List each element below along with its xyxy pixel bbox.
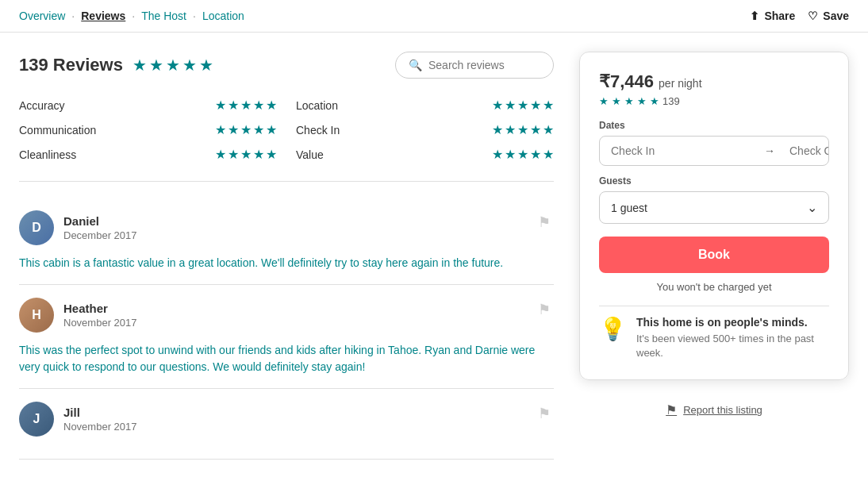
bulb-icon: 💡 [599,316,627,342]
dates-section: Dates → [599,120,829,166]
reviewer-daniel-text: Daniel December 2017 [63,214,137,241]
minds-text: This home is on people's minds. It's bee… [636,316,829,360]
cleanliness-label: Cleanliness [19,148,76,161]
star-3: ★ [166,56,180,75]
reviewer-jill-name: Jill [63,406,137,419]
share-icon: ⬆ [750,10,759,22]
review-daniel: D Daniel December 2017 ⚑ This cabin is a… [19,198,554,285]
reviewer-heather-text: Heather November 2017 [63,302,137,329]
search-icon: 🔍 [409,59,422,71]
divider-1 [19,181,554,182]
dates-label: Dates [599,120,829,131]
guests-select[interactable]: 1 guest ⌄ [599,191,829,224]
checkin-input[interactable] [600,137,761,165]
nav-sep-2: · [132,10,135,22]
reviewer-daniel-date: December 2017 [63,229,137,241]
flag-daniel-button[interactable]: ⚑ [535,210,554,234]
accuracy-stars: ★★★★★ [215,98,277,113]
nav-links: Overview · Reviews · The Host · Location [19,10,244,22]
card-star-3: ★ [624,95,634,107]
search-input[interactable] [428,59,540,71]
nav-actions: ⬆ Share ♡ Save [750,10,849,22]
nav-overview[interactable]: Overview [19,10,65,22]
flag-heather-button[interactable]: ⚑ [535,298,554,321]
report-listing-button[interactable]: ⚑ Report this listing [579,393,849,427]
share-label: Share [764,10,795,22]
value-label: Value [296,148,324,161]
rating-accuracy: Accuracy ★★★★★ [19,98,277,113]
reviewer-heather-info: H Heather November 2017 [19,298,137,333]
rating-location: Location ★★★★★ [296,98,554,113]
card-star-5: ★ [650,95,659,107]
star-1: ★ [133,56,147,75]
reviews-title-group: 139 Reviews ★ ★ ★ ★ ★ [19,55,213,75]
chevron-down-icon: ⌄ [807,200,817,215]
checkin-label: Check In [296,124,340,137]
rating-value: Value ★★★★★ [296,147,554,162]
search-box[interactable]: 🔍 [395,52,554,79]
flag-icon: ⚑ [666,402,677,417]
booking-card: ₹7,446 per night ★ ★ ★ ★ ★ 139 Dates → [579,52,849,380]
price-row: ₹7,446 per night [599,71,829,92]
review-jill: J Jill November 2017 ⚑ [19,389,554,460]
reviews-header: 139 Reviews ★ ★ ★ ★ ★ 🔍 [19,52,554,79]
rating-cleanliness: Cleanliness ★★★★★ [19,147,277,162]
rating-communication: Communication ★★★★★ [19,122,277,137]
card-star-4: ★ [637,95,647,107]
guests-section: Guests 1 guest ⌄ [599,175,829,224]
reviewer-jill-text: Jill November 2017 [63,406,137,433]
share-button[interactable]: ⬆ Share [750,10,795,22]
nav-sep-3: · [193,10,196,22]
reviewer-heather-review: This was the perfect spot to unwind with… [19,342,554,375]
checkout-input[interactable] [778,137,829,165]
review-daniel-header: D Daniel December 2017 ⚑ [19,210,554,245]
avatar-jill: J [19,402,54,437]
value-stars: ★★★★★ [492,147,554,162]
price-per-night: per night [659,77,701,90]
reviewer-jill-info: J Jill November 2017 [19,402,137,437]
location-stars: ★★★★★ [492,98,554,113]
avatar-heather: H [19,298,54,333]
minds-desc: It's been viewed 500+ times in the past … [636,332,829,360]
rating-categories: Accuracy ★★★★★ Location ★★★★★ Communicat… [19,98,554,162]
avatar-daniel: D [19,210,54,245]
reviewer-daniel-review: This cabin is a fantastic value in a gre… [19,255,554,271]
card-divider [599,306,829,306]
price-amount: ₹7,446 [599,71,654,92]
review-heather: H Heather November 2017 ⚑ This was the p… [19,285,554,389]
nav-reviews[interactable]: Reviews [81,10,125,22]
heart-icon: ♡ [808,10,818,22]
arrow-sep: → [761,144,778,157]
reviewer-heather-date: November 2017 [63,317,137,329]
reviewer-daniel-name: Daniel [63,214,137,228]
rating-checkin: Check In ★★★★★ [296,122,554,137]
reviewer-heather-name: Heather [63,302,137,315]
star-2: ★ [149,56,163,75]
book-button[interactable]: Book [599,237,829,273]
main-layout: 139 Reviews ★ ★ ★ ★ ★ 🔍 Accuracy ★★★★★ [0,33,868,479]
minds-section: 💡 This home is on people's minds. It's b… [599,316,829,360]
review-jill-header: J Jill November 2017 ⚑ [19,402,554,437]
save-label: Save [823,10,849,22]
reviewer-daniel-info: D Daniel December 2017 [19,210,137,245]
card-star-2: ★ [612,95,621,107]
reviews-title: 139 Reviews [19,55,123,75]
star-5: ★ [199,56,213,75]
guests-label: Guests [599,175,829,187]
flag-jill-button[interactable]: ⚑ [535,402,554,425]
reviews-stars: ★ ★ ★ ★ ★ [133,56,213,75]
no-charge-text: You won't be charged yet [599,281,829,293]
communication-stars: ★★★★★ [215,122,277,137]
reviewer-jill-date: November 2017 [63,421,137,433]
location-label: Location [296,99,338,112]
right-column: ₹7,446 per night ★ ★ ★ ★ ★ 139 Dates → [579,52,849,460]
card-star-1: ★ [599,95,609,107]
dates-input[interactable]: → [599,136,829,166]
communication-label: Communication [19,124,96,137]
nav-location[interactable]: Location [202,10,244,22]
guests-value: 1 guest [611,202,647,214]
minds-title: This home is on people's minds. [636,316,829,329]
card-stars-row: ★ ★ ★ ★ ★ 139 [599,95,829,107]
save-button[interactable]: ♡ Save [808,10,849,22]
nav-host[interactable]: The Host [141,10,186,22]
